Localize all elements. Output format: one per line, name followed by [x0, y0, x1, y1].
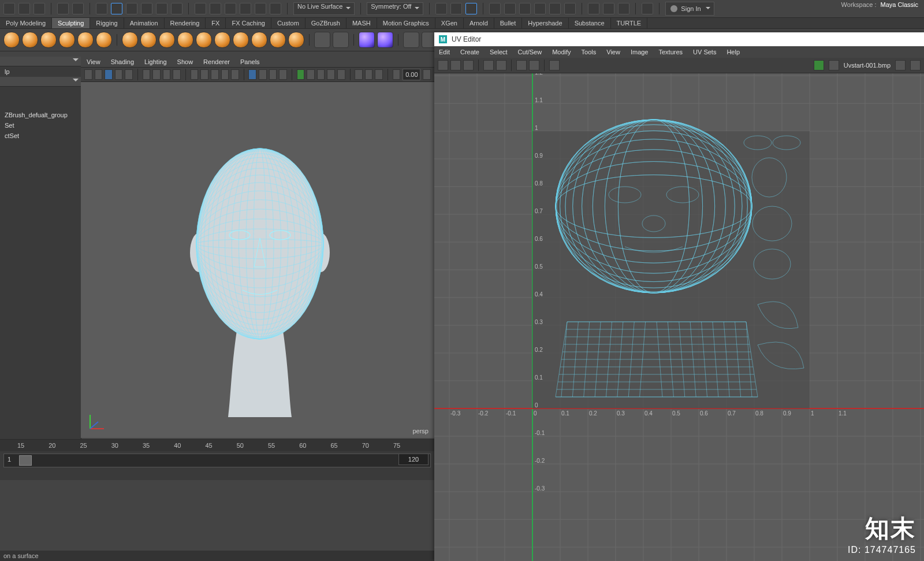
shelf-tab[interactable]: Bullet: [494, 18, 523, 28]
snap-curve-icon[interactable]: [210, 3, 221, 14]
vp-toggle-icon[interactable]: [365, 69, 373, 80]
viewport-menu[interactable]: View: [87, 58, 100, 65]
tool-icon[interactable]: [18, 3, 30, 14]
uv-menu[interactable]: UV Sets: [693, 49, 716, 55]
sculpt-brush-icon[interactable]: [196, 32, 212, 48]
falloff-icon[interactable]: [359, 32, 375, 48]
viewport-menu[interactable]: Renderer: [203, 58, 230, 65]
range-thumb[interactable]: [19, 455, 32, 466]
vp-gamma-icon[interactable]: [307, 69, 315, 80]
snap-grid-icon[interactable]: [195, 3, 206, 14]
vp-isolate-icon[interactable]: [248, 69, 256, 80]
vp-grid-icon[interactable]: [143, 69, 151, 80]
uv-menu[interactable]: Modify: [552, 49, 571, 55]
play-prev-icon[interactable]: [603, 3, 614, 14]
vp-xray-icon[interactable]: [259, 69, 267, 80]
outliner-item[interactable]: ZBrush_defualt_group: [0, 110, 81, 120]
vp-res-gate-icon[interactable]: [173, 69, 181, 80]
uv-menu[interactable]: Tools: [582, 49, 597, 55]
sculpt-brush-icon[interactable]: [233, 32, 249, 48]
magnet-icon[interactable]: [642, 3, 653, 14]
shelf-tab[interactable]: Custom: [271, 18, 305, 28]
vp-refresh-icon[interactable]: [393, 69, 401, 80]
move-icon[interactable]: [141, 3, 152, 14]
shelf-tab[interactable]: GoZBrush: [305, 18, 346, 28]
shelf-tab[interactable]: FX: [206, 18, 226, 28]
shelf-tab[interactable]: Hypershade: [522, 18, 568, 28]
shelf-tab[interactable]: Rendering: [165, 18, 206, 28]
sculpt-brush-icon[interactable]: [40, 32, 57, 48]
sculpt-brush-icon[interactable]: [96, 32, 112, 48]
ipr-render-icon[interactable]: [504, 3, 516, 14]
vp-aa-icon[interactable]: [337, 69, 345, 80]
rotate-icon[interactable]: [156, 3, 167, 14]
convert-icon[interactable]: [333, 32, 349, 48]
sculpt-brush-icon[interactable]: [251, 32, 267, 48]
render-settings-icon[interactable]: [519, 3, 531, 14]
sculpt-brush-icon[interactable]: [122, 32, 138, 48]
vp-shadows-icon[interactable]: [231, 69, 239, 80]
uv-menu[interactable]: Image: [631, 49, 649, 55]
viewport-menu[interactable]: Shading: [111, 58, 134, 65]
sign-in-button[interactable]: Sign In: [665, 2, 714, 16]
shelf-tab[interactable]: MASH: [346, 18, 377, 28]
vp-shaded-icon[interactable]: [200, 69, 208, 80]
viewport-3d[interactable]: persp: [81, 82, 434, 438]
uv-menu[interactable]: Select: [490, 49, 508, 55]
time-ruler[interactable]: 15202530354045505560657075: [0, 440, 434, 451]
shelf-tab[interactable]: TURTLE: [611, 18, 648, 28]
vp-gate-mask-icon[interactable]: [163, 69, 171, 80]
viewport-menu[interactable]: Lighting: [144, 58, 167, 65]
vp-toggle-icon[interactable]: [375, 69, 383, 80]
uv-menu[interactable]: Edit: [439, 49, 450, 55]
vp-expose-icon[interactable]: [297, 69, 305, 80]
vp-image-plane-icon[interactable]: [105, 69, 113, 80]
end-frame-field[interactable]: 120: [398, 454, 429, 465]
render-view-icon[interactable]: [534, 3, 546, 14]
uv-canvas[interactable]: -0.3-0.2-0.100.10.20.30.40.50.60.70.80.9…: [434, 73, 924, 561]
collapse-icon[interactable]: [73, 58, 79, 64]
range-slider[interactable]: 1: [3, 454, 431, 467]
uv-camera-icon[interactable]: [549, 60, 560, 70]
symmetry-dropdown[interactable]: Symmetry: Off: [367, 2, 423, 15]
sculpt-brush-icon[interactable]: [59, 32, 75, 48]
history-icon[interactable]: [435, 3, 447, 14]
uv-grid-icon[interactable]: [483, 60, 494, 70]
uv-refresh-icon[interactable]: [895, 60, 906, 70]
outliner-menu[interactable]: lp: [0, 66, 81, 77]
outliner-item[interactable]: ctSet: [0, 131, 81, 141]
select-icon[interactable]: [96, 3, 107, 14]
sculpt-brush-icon[interactable]: [77, 32, 94, 48]
vp-xray-comp-icon[interactable]: [279, 69, 287, 80]
viewport-menu[interactable]: Panels: [240, 58, 260, 65]
vp-xray-joints-icon[interactable]: [269, 69, 277, 80]
construction-history-icon[interactable]: [465, 3, 477, 14]
freeze-icon[interactable]: [314, 32, 330, 48]
sculpt-brush-icon[interactable]: [3, 32, 20, 48]
redo-icon[interactable]: [72, 3, 84, 14]
vp-film-gate-icon[interactable]: [152, 69, 161, 80]
history-off-icon[interactable]: [450, 3, 462, 14]
vp-wireframe-icon[interactable]: [191, 69, 199, 80]
uv-menu[interactable]: View: [606, 49, 620, 55]
shelf-tab[interactable]: XGen: [435, 18, 464, 28]
render-icon[interactable]: [489, 3, 501, 14]
undo-icon[interactable]: [57, 3, 69, 14]
viewport-menu[interactable]: Show: [177, 58, 193, 65]
vp-2d-pan-icon[interactable]: [115, 69, 123, 80]
scale-icon[interactable]: [171, 3, 182, 14]
falloff-icon[interactable]: [377, 32, 393, 48]
uv-snap-icon[interactable]: [496, 60, 506, 70]
tool-icon[interactable]: [3, 3, 15, 14]
shelf-tab[interactable]: Arnold: [464, 18, 494, 28]
uv-edge-icon[interactable]: [450, 60, 461, 70]
collapse-icon[interactable]: [73, 79, 79, 84]
outliner-item[interactable]: Set: [0, 120, 81, 131]
play-start-icon[interactable]: [588, 3, 599, 14]
sculpt-brush-icon[interactable]: [159, 32, 175, 48]
lasso-select-icon[interactable]: [111, 3, 122, 14]
vp-more-icon[interactable]: [423, 69, 431, 80]
sculpt-brush-icon[interactable]: [177, 32, 193, 48]
uv-image-toggle-icon[interactable]: [814, 60, 824, 70]
hypershade-icon[interactable]: [564, 3, 576, 14]
